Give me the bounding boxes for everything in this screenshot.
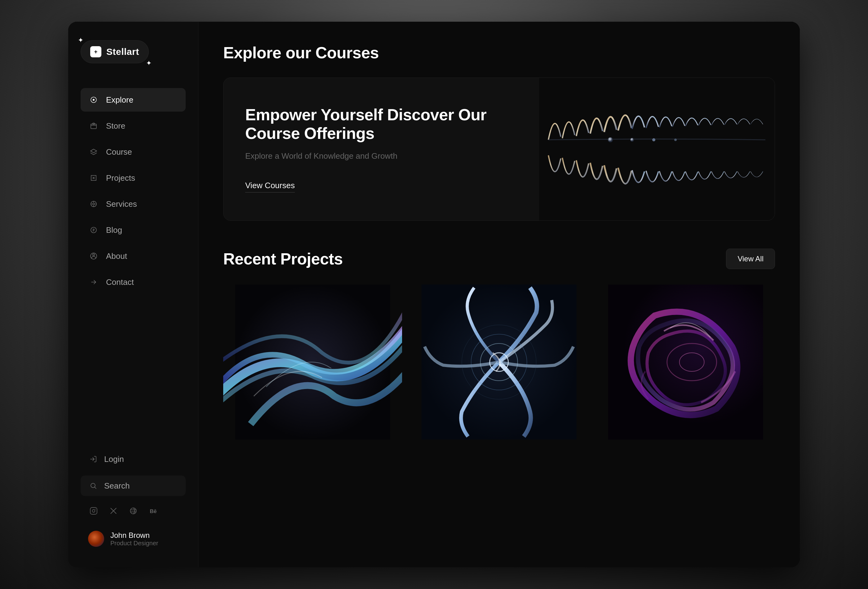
svg-rect-14 (90, 508, 97, 514)
about-label: About (106, 251, 127, 261)
sidebar-item-explore[interactable]: Explore (81, 88, 186, 112)
main-content: Explore our Courses Empower Yourself Dis… (198, 22, 800, 567)
contact-icon (88, 276, 99, 288)
svg-point-16 (95, 509, 96, 510)
login-icon (88, 454, 99, 464)
user-info: John Brown Product Designer (110, 531, 158, 547)
banner-text: Empower Yourself Discover Our Course Off… (223, 78, 539, 220)
store-icon (88, 120, 99, 131)
banner-subtext: Explore a World of Knowledge and Growth (245, 150, 517, 162)
explore-icon (88, 94, 99, 105)
svg-point-11 (93, 254, 94, 256)
dna-svg (539, 78, 775, 220)
sidebar-item-contact[interactable]: Contact (81, 270, 186, 294)
user-role: Product Designer (110, 540, 158, 547)
svg-point-1 (93, 99, 94, 101)
projects-grid (223, 285, 775, 440)
svg-rect-3 (93, 123, 94, 124)
svg-point-20 (630, 138, 634, 142)
logo-button[interactable]: + Stellart (81, 40, 149, 63)
search-label: Search (104, 481, 130, 491)
courses-section-title: Explore our Courses (223, 43, 775, 62)
sidebar: + Stellart Explore (68, 22, 198, 567)
sidebar-item-course[interactable]: Course (81, 140, 186, 164)
banner-heading: Empower Yourself Discover Our Course Off… (245, 106, 517, 143)
course-icon (88, 146, 99, 158)
logo-icon: + (90, 46, 101, 58)
sidebar-item-services[interactable]: Services (81, 192, 186, 216)
projects-section-title: Recent Projects (223, 249, 343, 268)
user-profile[interactable]: John Brown Product Designer (81, 526, 186, 552)
svg-point-19 (608, 137, 613, 142)
behance-icon[interactable]: Bē (148, 505, 159, 517)
services-label: Services (106, 199, 137, 209)
sidebar-item-about[interactable]: About (81, 244, 186, 268)
sidebar-nav: Explore Store (81, 88, 186, 449)
svg-point-5 (93, 203, 94, 205)
project-card-1[interactable] (223, 285, 402, 440)
explore-label: Explore (106, 95, 133, 105)
user-name: John Brown (110, 531, 158, 540)
contact-label: Contact (106, 278, 134, 287)
svg-point-21 (652, 138, 655, 141)
course-label: Course (106, 147, 132, 157)
banner-visual (539, 78, 775, 220)
sidebar-item-store[interactable]: Store (81, 114, 186, 138)
app-name: Stellart (106, 46, 139, 57)
blog-label: Blog (106, 225, 122, 235)
project-card-3[interactable] (596, 285, 775, 440)
search-icon (88, 480, 99, 491)
svg-point-15 (92, 510, 95, 512)
sidebar-bottom: Login Search (81, 449, 186, 552)
svg-rect-2 (91, 124, 96, 128)
dribbble-icon[interactable] (128, 505, 139, 517)
login-label: Login (104, 455, 124, 464)
svg-text:Bē: Bē (150, 508, 157, 514)
svg-point-22 (674, 139, 677, 141)
view-courses-button[interactable]: View Courses (245, 181, 295, 192)
services-icon (88, 198, 99, 210)
avatar (88, 531, 104, 547)
project-card-2[interactable] (409, 285, 588, 440)
store-label: Store (106, 121, 125, 131)
login-button[interactable]: Login (81, 449, 186, 469)
blog-icon (88, 224, 99, 236)
social-links: Bē (81, 502, 186, 520)
courses-banner: Empower Yourself Discover Our Course Off… (223, 78, 775, 221)
instagram-icon[interactable] (88, 505, 99, 517)
svg-point-17 (130, 508, 136, 514)
sidebar-item-projects[interactable]: Projects (81, 166, 186, 190)
app-window: + Stellart Explore (68, 22, 800, 567)
about-icon (88, 251, 99, 262)
recent-projects-header: Recent Projects View All (223, 249, 775, 269)
sidebar-item-blog[interactable]: Blog (81, 218, 186, 242)
projects-label: Projects (106, 173, 135, 183)
view-all-button[interactable]: View All (726, 249, 775, 269)
svg-point-13 (91, 483, 95, 488)
projects-icon (88, 172, 99, 183)
search-button[interactable]: Search (81, 475, 186, 496)
twitter-x-icon[interactable] (108, 505, 119, 517)
